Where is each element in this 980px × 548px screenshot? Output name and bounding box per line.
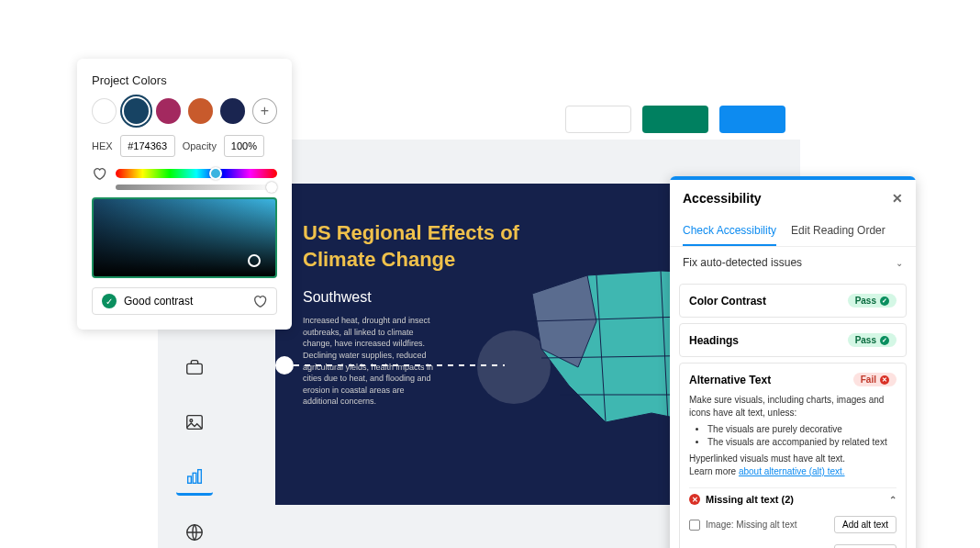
chevron-down-icon: ⌄ [896,258,903,268]
hex-label: HEX [92,140,113,151]
status-badge: Fail✕ [853,373,896,386]
color-panel: Project Colors + HEX Opacity ✓ Good cont… [77,59,292,330]
color-panel-title: Project Colors [92,73,277,87]
error-icon: ✕ [689,494,700,505]
add-swatch-button[interactable]: + [252,98,277,124]
opacity-label: Opacity [183,140,217,151]
svg-rect-0 [187,363,203,374]
learn-more-link[interactable]: about alternative (alt) text. [739,466,845,476]
globe-icon[interactable] [176,514,213,548]
toolbar-button-blue[interactable] [719,106,785,133]
map-marker-icon [275,356,294,375]
tab-edit-reading-order[interactable]: Edit Reading Order [791,217,885,246]
swatch-orange[interactable] [188,98,213,124]
alt-text-description: Make sure visuals, including charts, ima… [689,394,896,478]
toolbar-button-blank[interactable] [565,106,631,133]
chart-icon[interactable] [176,459,213,496]
swatch-navy[interactable] [220,98,245,124]
swatch-darkblue[interactable] [124,98,149,124]
add-alt-text-button[interactable]: Add alt text [834,544,896,548]
svg-rect-3 [188,476,192,483]
toolbar-button-teal[interactable] [642,106,708,133]
chevron-up-icon: ⌃ [889,495,896,505]
add-alt-text-button[interactable]: Add alt text [834,516,896,533]
hue-handle[interactable] [209,167,222,180]
svg-rect-4 [193,473,196,483]
close-icon[interactable]: ✕ [892,191,903,206]
slide-body: Increased heat, drought and insect outbr… [303,315,440,408]
image-icon[interactable] [176,404,213,441]
accessibility-panel: Accessibility ✕ Check Accessibility Edit… [670,176,916,548]
fix-issues-header[interactable]: Fix auto-detected issues ⌄ [670,247,916,278]
map-connector-line [294,364,505,366]
favorite-icon[interactable] [252,294,267,308]
check-headings[interactable]: Headings Pass✓ [679,323,907,357]
image-icon [689,520,700,531]
check-alternative-text: Alternative Text Fail✕ Make sure visuals… [679,363,907,548]
swatch-magenta[interactable] [156,98,181,124]
swatch-white[interactable] [92,98,117,124]
alpha-slider[interactable] [116,185,277,190]
opacity-input[interactable] [224,135,264,157]
status-badge: Pass✓ [848,333,896,347]
svg-point-2 [190,419,193,422]
left-toolbar [169,349,220,548]
svg-rect-5 [198,469,202,483]
accessibility-title: Accessibility [683,191,762,206]
swatch-row: + [92,98,277,124]
missing-alt-item: Image: Missing alt text Add alt text [689,510,896,539]
contrast-label: Good contrast [124,295,193,308]
favorite-icon[interactable] [92,166,106,181]
contrast-status: ✓ Good contrast [92,287,277,315]
check-color-contrast[interactable]: Color Contrast Pass✓ [679,284,907,318]
check-icon: ✓ [102,294,117,308]
saturation-value-picker[interactable] [92,197,277,278]
hue-slider[interactable] [116,169,277,178]
sv-handle[interactable] [248,254,261,267]
briefcase-icon[interactable] [176,349,213,386]
missing-alt-item: Image: Missing alt text Add alt text [689,539,896,548]
missing-alt-header[interactable]: ✕ Missing alt text (2) ⌃ [689,487,896,510]
status-badge: Pass✓ [848,294,896,308]
hex-input[interactable] [120,135,175,157]
tab-check-accessibility[interactable]: Check Accessibility [683,217,776,246]
alpha-handle[interactable] [266,182,277,193]
